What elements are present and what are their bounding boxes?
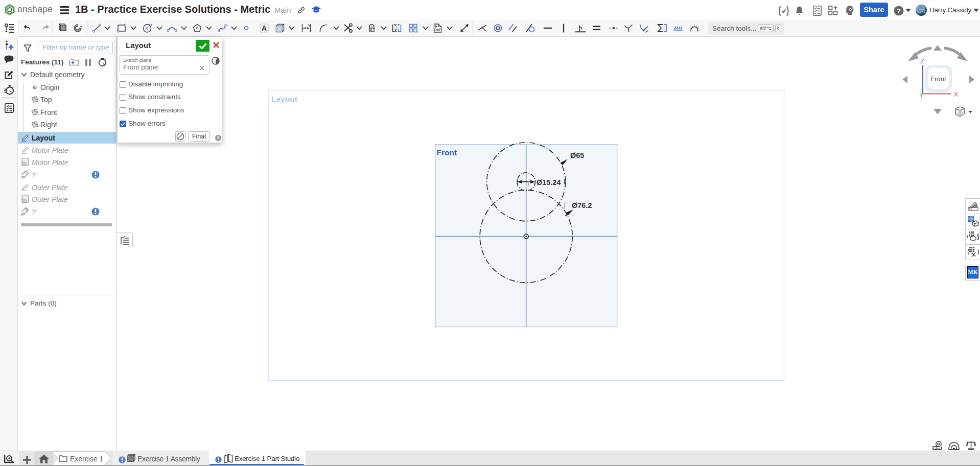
svg-text:Front: Front [437, 148, 457, 157]
svg-text:Ø76.2: Ø76.2 [572, 201, 592, 209]
svg-text:Y: Y [919, 91, 924, 99]
svg-text:Ø65: Ø65 [570, 151, 584, 159]
svg-text:?: ? [217, 135, 220, 141]
svg-text:X: X [954, 90, 959, 98]
svg-text:A: A [262, 24, 267, 32]
svg-text:Front: Front [930, 75, 946, 83]
svg-text:Z: Z [920, 57, 924, 65]
svg-text:}: } [978, 235, 979, 240]
svg-text:Layout: Layout [271, 95, 297, 103]
svg-text:Ø15.24: Ø15.24 [536, 178, 561, 187]
svg-text:?: ? [897, 7, 901, 15]
svg-text:DXF: DXF [434, 28, 441, 32]
